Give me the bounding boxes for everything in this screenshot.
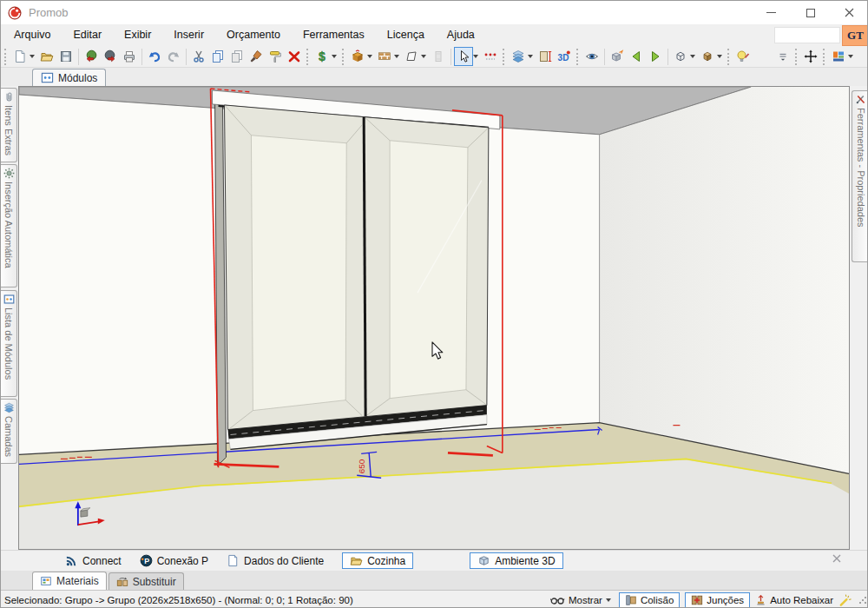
sidebar-tab-insercao-automatica[interactable]: Inserção Automática bbox=[1, 164, 17, 287]
toolband-grip[interactable] bbox=[503, 49, 505, 65]
tab-label: Conexão P bbox=[157, 555, 208, 567]
insert-column-button[interactable] bbox=[429, 47, 448, 66]
navigate-back-button[interactable] bbox=[627, 47, 646, 66]
close-tab-button[interactable] bbox=[832, 554, 841, 565]
minimize-button[interactable] bbox=[752, 1, 791, 24]
apply-finish-button[interactable] bbox=[247, 47, 266, 66]
more-tools-button[interactable] bbox=[773, 47, 792, 66]
paint-roller-button[interactable] bbox=[266, 47, 285, 66]
display-textured-dropdown[interactable] bbox=[717, 55, 722, 58]
display-textured-button[interactable] bbox=[698, 47, 717, 66]
cut-button[interactable] bbox=[189, 47, 208, 66]
sidebar-tab-itens-extras[interactable]: Itens Extras bbox=[1, 88, 17, 162]
menu-inserir[interactable]: Inserir bbox=[162, 24, 215, 46]
undo-icon bbox=[148, 50, 161, 63]
tab-dados-do-cliente[interactable]: Dados do Cliente bbox=[227, 554, 324, 567]
gt-badge[interactable]: GT bbox=[842, 25, 868, 46]
svg-text:3D: 3D bbox=[558, 53, 569, 63]
tab-materiais[interactable]: Materiais bbox=[32, 572, 107, 590]
display-wireframe-button[interactable] bbox=[671, 47, 690, 66]
delete-button[interactable] bbox=[285, 47, 304, 66]
right-door-panel bbox=[390, 141, 468, 399]
budget-button[interactable]: $ bbox=[312, 47, 332, 66]
brush-icon bbox=[249, 50, 263, 63]
visibility-button[interactable] bbox=[582, 47, 602, 66]
menu-editar[interactable]: Editar bbox=[62, 24, 113, 46]
tab-connect[interactable]: Connect bbox=[65, 554, 122, 567]
menu-exibir[interactable]: Exibir bbox=[113, 24, 162, 46]
navigate-forward-button[interactable] bbox=[646, 47, 665, 66]
import-catalog-button[interactable] bbox=[82, 47, 101, 66]
undo-button[interactable] bbox=[145, 47, 164, 66]
menu-arquivo[interactable]: Arquivo bbox=[3, 24, 62, 46]
insert-module-dropdown[interactable] bbox=[367, 55, 372, 58]
mostrar-button[interactable]: Mostrar bbox=[550, 595, 614, 606]
insert-module-button[interactable] bbox=[348, 47, 367, 66]
lighting-button[interactable] bbox=[733, 47, 753, 66]
auto-rebaixar-button[interactable]: Auto Rebaixar bbox=[755, 594, 833, 606]
measure-button[interactable] bbox=[481, 47, 500, 66]
tab-cozinha[interactable]: Cozinha bbox=[342, 552, 413, 569]
wireframe-cube-icon bbox=[674, 50, 687, 63]
budget-dropdown[interactable] bbox=[332, 55, 337, 58]
open-project-button[interactable] bbox=[37, 47, 56, 66]
menu-licenca[interactable]: Licença bbox=[376, 24, 436, 46]
new-document-button[interactable] bbox=[10, 47, 30, 66]
view-3d-button[interactable]: 3D bbox=[555, 47, 574, 66]
toolband-grip[interactable] bbox=[576, 49, 579, 65]
layers-dropdown[interactable] bbox=[528, 55, 533, 58]
lightbulb-pencil-icon bbox=[736, 50, 750, 63]
magic-wand-icon[interactable] bbox=[838, 594, 852, 607]
layers-button[interactable] bbox=[509, 47, 528, 66]
sidebar-tab-lista-de-modulos[interactable]: Lista de Módulos bbox=[1, 290, 17, 397]
toolband-grip[interactable] bbox=[727, 49, 730, 65]
document-tab-bar: Connect P Conexão P Dados do Cliente Coz… bbox=[1, 550, 868, 571]
tab-substituir[interactable]: Substituir bbox=[108, 572, 184, 590]
panel-layout-button[interactable] bbox=[829, 47, 848, 66]
draw-shape-button[interactable] bbox=[402, 47, 421, 66]
juncoes-toggle[interactable]: Junções bbox=[685, 592, 750, 608]
menu-ferramentas[interactable]: Ferramentas bbox=[292, 24, 376, 46]
select-pointer-button[interactable] bbox=[454, 47, 473, 66]
toolband-grip[interactable] bbox=[342, 49, 345, 65]
display-wireframe-dropdown[interactable] bbox=[690, 55, 695, 58]
sidebar-tab-camadas[interactable]: Camadas bbox=[1, 399, 17, 464]
select-pointer-dropdown[interactable] bbox=[473, 55, 478, 58]
move-view-button[interactable] bbox=[801, 47, 820, 66]
close-button[interactable] bbox=[830, 1, 868, 24]
save-button[interactable] bbox=[56, 47, 76, 66]
new-document-dropdown[interactable] bbox=[30, 55, 35, 58]
toolband-grip[interactable] bbox=[823, 49, 825, 65]
resize-grip[interactable] bbox=[858, 596, 867, 605]
paste-button[interactable] bbox=[227, 47, 247, 66]
back-arrow-icon bbox=[629, 50, 643, 63]
search-box[interactable] bbox=[774, 27, 840, 43]
toolband-grip[interactable] bbox=[306, 49, 309, 65]
tab-ambiente-3d[interactable]: Ambiente 3D bbox=[470, 552, 562, 569]
export-catalog-button[interactable] bbox=[101, 47, 120, 66]
isolate-module-button[interactable] bbox=[608, 47, 627, 66]
toolband-grip[interactable] bbox=[4, 49, 7, 65]
tab-label: Ambiente 3D bbox=[495, 555, 555, 567]
redo-button[interactable] bbox=[164, 47, 183, 66]
build-wall-button[interactable] bbox=[375, 47, 394, 66]
wardrobe-module[interactable] bbox=[213, 90, 500, 466]
copy-button[interactable] bbox=[208, 47, 227, 66]
menu-ajuda[interactable]: Ajuda bbox=[436, 24, 486, 46]
draw-shape-dropdown[interactable] bbox=[421, 55, 426, 58]
viewport-3d[interactable]: 650 bbox=[18, 86, 850, 550]
sidebar-tab-ferramentas-propriedades[interactable]: Ferramentas - Propriedades bbox=[852, 90, 868, 262]
paperclip-icon bbox=[3, 91, 15, 102]
colisao-toggle[interactable]: Colisão bbox=[619, 592, 680, 608]
panel-layout-dropdown[interactable] bbox=[848, 55, 853, 58]
print-button[interactable] bbox=[120, 47, 139, 66]
build-wall-dropdown[interactable] bbox=[394, 55, 399, 58]
toolband-grip[interactable] bbox=[795, 49, 798, 65]
window-title: Promob bbox=[29, 6, 69, 19]
maximize-button[interactable] bbox=[791, 1, 830, 24]
menu-orcamento[interactable]: Orçamento bbox=[215, 24, 292, 46]
wall-dimension-button[interactable] bbox=[536, 47, 555, 66]
tab-modulos-label: Módulos bbox=[58, 72, 97, 84]
tab-modulos[interactable]: Módulos bbox=[32, 69, 106, 86]
tab-conexao-p[interactable]: P Conexão P bbox=[140, 554, 208, 567]
